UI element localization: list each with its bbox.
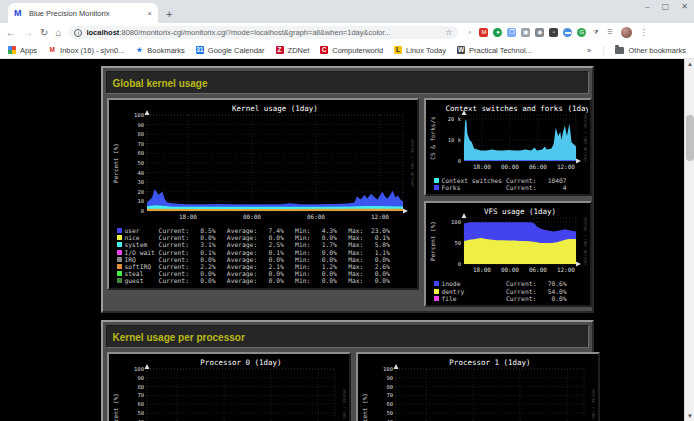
- home-icon[interactable]: ⌂: [55, 28, 61, 38]
- scrollbar-thumb[interactable]: [686, 115, 694, 161]
- other-bookmarks[interactable]: Other bookmarks: [615, 46, 686, 55]
- legend-row: Context switches Current: 10407: [434, 177, 588, 184]
- green-circle-extension-icon[interactable]: G: [577, 28, 586, 37]
- messenger-extension-icon[interactable]: ▬: [563, 28, 572, 37]
- vertical-scrollbar[interactable]: ▲ ▼: [684, 59, 694, 421]
- processor-1-chart[interactable]: Processor 1 (1day)Percent (%)01020304050…: [360, 356, 596, 421]
- new-tab-button[interactable]: +: [166, 8, 172, 20]
- profile-avatar[interactable]: [621, 27, 632, 38]
- legend-text: nice Current: 0.0% Average: 0.0% Min: 0.…: [125, 234, 390, 241]
- bookmark-star-icon[interactable]: ☆: [445, 28, 452, 37]
- gmail-extension-icon[interactable]: M: [479, 28, 488, 37]
- bookmarks-separator: |: [602, 45, 604, 55]
- browser-tab[interactable]: M Blue Precision Monitorix ×: [8, 3, 158, 23]
- svg-text:80: 80: [137, 384, 144, 390]
- chrome-menu-icon[interactable]: ⋮: [639, 28, 647, 37]
- legend-swatch-icon: [434, 289, 439, 294]
- bookmarks-overflow-chevron[interactable]: »: [587, 46, 591, 55]
- scroll-down-icon[interactable]: ▼: [685, 411, 694, 421]
- globe-extension-icon[interactable]: ●: [493, 28, 502, 37]
- svg-text:18:00: 18:00: [178, 213, 196, 220]
- svg-text:Percent (%): Percent (%): [429, 222, 436, 262]
- svg-text:12:00: 12:00: [556, 266, 574, 273]
- reload-icon[interactable]: ↻: [40, 28, 48, 38]
- processor-0-chart[interactable]: Processor 0 (1day)Percent (%)01020304050…: [111, 356, 347, 421]
- svg-text:00:00: 00:00: [500, 163, 518, 170]
- apps-grid-icon: [8, 46, 16, 54]
- mask-extension-icon[interactable]: ◉: [535, 28, 544, 37]
- bookmark-linux-today-icon: L: [394, 46, 402, 54]
- bookmark-label: Inbox (16) - sjvn0...: [60, 46, 124, 55]
- svg-text:30: 30: [137, 179, 144, 185]
- address-bar[interactable]: i localhost:8080/monitorix-cgi/monitorix…: [68, 26, 458, 39]
- context-switches-forks-chart[interactable]: Context switches and forks (1day)CS & fo…: [428, 102, 588, 172]
- forward-icon[interactable]: →: [23, 28, 33, 38]
- vfs-usage-chart[interactable]: VFS usage (1day)Percent (%)05010018:0000…: [428, 205, 588, 275]
- bookmark-label: ZDNet: [288, 46, 310, 55]
- svg-text:Kernel usage (1day): Kernel usage (1day): [232, 104, 318, 113]
- dark-square-extension-icon[interactable]: ▫: [549, 28, 558, 37]
- svg-text:00:00: 00:00: [242, 213, 260, 220]
- scroll-up-icon[interactable]: ▲: [685, 59, 694, 69]
- screenshot-extension-icon[interactable]: ▣: [521, 28, 530, 37]
- kernel-usage-chart-legend: user Current: 8.5% Average: 7.4% Min: 4.…: [111, 226, 415, 285]
- bookmark-linux-today[interactable]: LLinux Today: [394, 46, 446, 55]
- svg-text:0: 0: [140, 208, 143, 214]
- browser-toolbar: ← → ↻ ⌂ i localhost:8080/monitorix-cgi/m…: [0, 23, 694, 42]
- svg-text:20 k: 20 k: [447, 116, 461, 122]
- legend-row: file Current: 0.0%: [434, 295, 588, 302]
- close-icon[interactable]: ✕: [681, 2, 688, 11]
- svg-text:0: 0: [457, 261, 460, 267]
- bookmark-computerworld[interactable]: CComputerworld: [320, 46, 383, 55]
- bookmark-bookmarks[interactable]: ★Bookmarks: [135, 46, 185, 55]
- url-path: :8080/monitorix-cgi/monitorix.cgi?mode=l…: [119, 28, 390, 37]
- kernel-usage-chart-panel[interactable]: Kernel usage (1day)Percent (%)0102030405…: [107, 98, 419, 290]
- context-switches-forks-chart-panel[interactable]: Context switches and forks (1day)CS & fo…: [424, 98, 592, 196]
- search-extension-icon[interactable]: ⌕: [465, 28, 474, 37]
- bookmark-label: Google Calendar: [208, 46, 265, 55]
- legend-row: dentry Current: 54.0%: [434, 288, 588, 295]
- bookmark-inbox[interactable]: MInbox (16) - sjvn0...: [48, 46, 124, 55]
- svg-text:90: 90: [137, 122, 144, 128]
- legend-swatch-icon: [434, 178, 439, 183]
- minimize-icon[interactable]: –: [645, 2, 649, 11]
- apps-shortcut[interactable]: Apps: [8, 46, 37, 55]
- kernel-usage-chart[interactable]: Kernel usage (1day)Percent (%)0102030405…: [111, 102, 415, 222]
- bookmark-practical-technology[interactable]: WPractical Technol...: [457, 46, 532, 55]
- svg-text:18:00: 18:00: [472, 163, 490, 170]
- pages-extension-icon[interactable]: ❐: [507, 28, 516, 37]
- svg-text:70: 70: [386, 392, 393, 398]
- svg-text:RRDTOOL / TOBI OETIKER: RRDTOOL / TOBI OETIKER: [342, 389, 346, 421]
- bookmark-practical-technology-icon: W: [457, 46, 465, 54]
- monitorix-favicon-icon: M: [14, 8, 24, 18]
- svg-text:0: 0: [457, 158, 460, 164]
- section-title: Kernel usage per processor: [113, 332, 245, 343]
- tune-extension-icon[interactable]: ☰: [605, 28, 614, 37]
- vfs-usage-chart-legend: inode Current: 70.6%dentry Current: 54.0…: [428, 279, 588, 302]
- processor-0-chart-panel[interactable]: Processor 0 (1day)Percent (%)01020304050…: [107, 352, 351, 421]
- svg-text:10: 10: [137, 198, 144, 204]
- tab-close-icon[interactable]: ×: [147, 9, 152, 18]
- legend-text: IRQ Current: 0.0% Average: 0.0% Min: 0.0…: [125, 256, 390, 263]
- svg-text:CS & forks/s: CS & forks/s: [429, 116, 436, 160]
- vfs-usage-chart-panel[interactable]: VFS usage (1day)Percent (%)05010018:0000…: [424, 201, 592, 307]
- legend-swatch-icon: [117, 264, 122, 269]
- extensions-puzzle-icon[interactable]: ⧩: [591, 28, 600, 37]
- svg-text:RRDTOOL / TOBI OETIKER: RRDTOOL / TOBI OETIKER: [591, 389, 595, 421]
- bookmark-inbox-icon: M: [48, 46, 56, 54]
- processor-1-chart-panel[interactable]: Processor 1 (1day)Percent (%)01020304050…: [356, 352, 600, 421]
- bookmark-zdnet[interactable]: ZZDNet: [276, 46, 310, 55]
- bookmark-google-calendar[interactable]: 31Google Calendar: [196, 46, 265, 55]
- extensions-row: ⌕M●❐▣◉▫▬G⧩☰: [465, 28, 614, 37]
- page-info-icon[interactable]: i: [74, 29, 82, 37]
- maximize-icon[interactable]: ▢: [662, 2, 670, 11]
- svg-text:40: 40: [137, 170, 144, 176]
- svg-text:Percent (%): Percent (%): [112, 143, 119, 183]
- legend-text: guest Current: 0.0% Average: 0.0% Min: 0…: [125, 277, 390, 284]
- url-text[interactable]: localhost:8080/monitorix-cgi/monitorix.c…: [86, 28, 441, 37]
- back-icon[interactable]: ←: [6, 28, 16, 38]
- svg-text:Context switches and forks (1: Context switches and forks (1day): [445, 104, 588, 113]
- svg-text:80: 80: [386, 384, 393, 390]
- legend-swatch-icon: [434, 281, 439, 286]
- svg-text:100: 100: [134, 366, 144, 372]
